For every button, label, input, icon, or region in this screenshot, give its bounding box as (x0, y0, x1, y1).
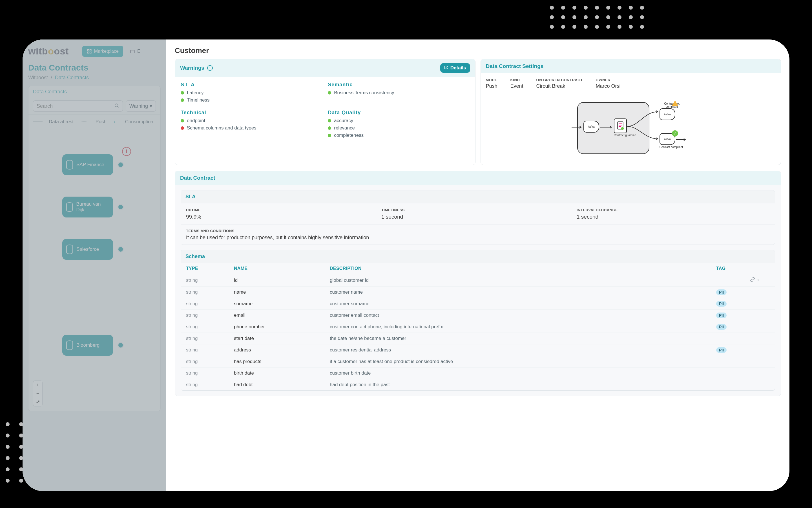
tag-badge: PII (716, 289, 727, 295)
warning-item: relevance (328, 125, 469, 131)
search-input[interactable] (33, 100, 123, 112)
port-dot[interactable] (117, 246, 124, 252)
chevron-right-icon[interactable]: › (757, 277, 759, 284)
graph-node[interactable]: Salesforce (62, 239, 113, 260)
svg-rect-3 (90, 52, 91, 53)
grid-icon (87, 49, 92, 54)
warning-group: SemanticBusiness Terms consistency (328, 82, 469, 104)
contracts-card: Data Contracts Warning ▾ (28, 86, 161, 411)
warning-item: Schema columns and data types (181, 125, 322, 131)
warning-icon: ! (122, 147, 131, 156)
warning-item: Latency (181, 90, 322, 96)
tag-badge: PII (716, 324, 727, 330)
graph-node[interactable]: Bureau van Dijk (62, 197, 113, 217)
panel-title: Warnings (180, 65, 204, 71)
svg-point-7 (621, 127, 624, 130)
svg-rect-4 (131, 50, 135, 53)
warning-icon (672, 100, 678, 106)
status-dot-icon (181, 91, 184, 94)
zoom-controls: + − ⤢ (33, 381, 43, 407)
data-contract-panel: Data Contract SLA UPTIME99.9%TIMELINESS1… (175, 171, 781, 396)
panel-title: Data Contract Settings (486, 63, 544, 70)
settings-kv-item: OWNERMarco Orsi (596, 78, 621, 89)
svg-rect-0 (87, 49, 89, 51)
zoom-out-button[interactable]: − (33, 389, 42, 398)
chevron-down-icon: ▾ (150, 103, 152, 109)
settings-panel: Data Contract Settings MODEPushKINDEvent… (481, 59, 781, 165)
warning-item: Business Terms consistency (328, 90, 469, 96)
tag-badge: PII (716, 301, 727, 307)
table-row[interactable]: stringhas productsif a customer has at l… (181, 356, 775, 367)
legend: Data at rest Push ←Consumption (29, 115, 160, 129)
settings-kv-item: ON BROKEN CONTRACTCircuit Break (536, 78, 583, 89)
status-dot-icon (181, 126, 184, 130)
settings-diagram: kafka Contract guardian C (481, 91, 781, 165)
svg-rect-2 (87, 52, 89, 53)
zoom-in-button[interactable]: + (33, 381, 42, 389)
table-row[interactable]: stringbirth datecustomer birth date (181, 367, 775, 379)
zoom-fit-button[interactable]: ⤢ (33, 398, 42, 406)
tab-marketplace[interactable]: Marketplace (82, 46, 123, 57)
card-header: Data Contracts (29, 86, 160, 97)
details-button[interactable]: Details (440, 63, 470, 73)
check-icon: ✓ (672, 130, 678, 136)
warnings-panel: Warnings ! Details S L ALatencyTimelines… (175, 59, 475, 165)
status-dot-icon (328, 126, 331, 130)
tab-label: E (137, 49, 140, 54)
warning-filter[interactable]: Warning ▾ (126, 100, 156, 112)
database-icon (66, 202, 73, 212)
settings-kv-item: MODEPush (486, 78, 497, 89)
warning-item: accuracy (328, 118, 469, 124)
box-icon (130, 49, 135, 54)
graph-canvas[interactable]: SAP Finance ! Bureau van Dijk Salesforce (29, 129, 160, 411)
warning-group: TechnicalendpointSchema columns and data… (181, 110, 322, 140)
table-row[interactable]: stringemailcustomer email contactPII (181, 309, 775, 321)
tag-badge: PII (716, 312, 727, 318)
port-dot[interactable] (117, 162, 124, 168)
device-frame: witboost Marketplace (22, 40, 790, 491)
warning-group: Data Qualityaccuracyrelevancecompletenes… (328, 110, 469, 140)
decorative-dots-top (550, 6, 646, 29)
content-title: Customer (175, 46, 781, 55)
tc-value: It can be used for production purposes, … (186, 235, 770, 241)
status-dot-icon (328, 119, 331, 122)
schema-header-row: TYPE NAME DESCRIPTION TAG (181, 263, 775, 274)
panel-title: Data Contract (180, 175, 215, 181)
port-dot[interactable] (117, 204, 124, 210)
brand-logo: witboost Marketplace (28, 46, 161, 57)
tc-label: TERMS AND CONDITIONS (186, 229, 770, 233)
status-dot-icon (181, 119, 184, 122)
database-icon (66, 340, 73, 350)
table-row[interactable]: stringhad debthad debt position in the p… (181, 379, 775, 390)
search-icon (114, 103, 119, 109)
sla-item: TIMELINESS1 second (381, 208, 574, 220)
warning-item: endpoint (181, 118, 322, 124)
link-icon[interactable] (750, 277, 755, 284)
table-row[interactable]: stringstart datethe date he/she became a… (181, 333, 775, 344)
table-row[interactable]: stringidglobal customer id› (181, 274, 775, 286)
svg-rect-1 (90, 49, 91, 51)
left-backdrop: witboost Marketplace (22, 40, 166, 491)
warning-group: S L ALatencyTimeliness (181, 82, 322, 104)
graph-node[interactable]: Bloomberg (62, 335, 113, 356)
breadcrumb: Witboost / Data Contracts (28, 75, 161, 81)
database-icon (66, 245, 73, 254)
table-row[interactable]: stringsurnamecustomer surnamePII (181, 298, 775, 309)
table-row[interactable]: stringphone numbercustomer contact phone… (181, 321, 775, 333)
kafka-block: kafka (583, 121, 599, 133)
sla-item: UPTIME99.9% (186, 208, 379, 220)
table-row[interactable]: stringnamecustomer namePII (181, 286, 775, 298)
port-dot[interactable] (117, 342, 124, 348)
tag-badge: PII (716, 347, 727, 353)
settings-kv-item: KINDEvent (511, 78, 523, 89)
sla-item: INTERVALOFCHANGE1 second (577, 208, 770, 220)
sla-section: SLA UPTIME99.9%TIMELINESS1 secondINTERVA… (181, 190, 775, 245)
tab-label: Marketplace (94, 49, 118, 54)
graph-node[interactable]: SAP Finance (62, 154, 113, 175)
svg-point-5 (115, 104, 118, 107)
table-row[interactable]: stringaddresscustomer residential addres… (181, 344, 775, 356)
status-dot-icon (328, 134, 331, 137)
tab-other[interactable]: E (126, 46, 145, 57)
alert-icon: ! (207, 65, 213, 71)
warning-item: completeness (328, 133, 469, 138)
